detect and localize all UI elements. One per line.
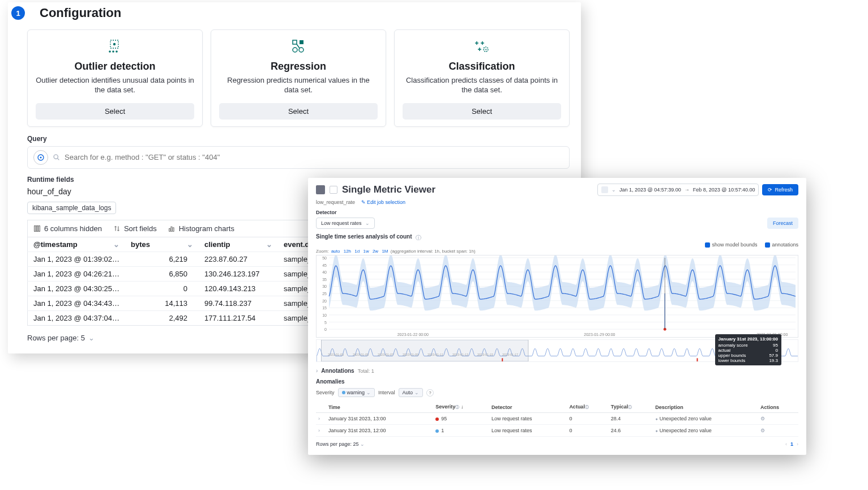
histogram-button[interactable]: Histogram charts [168, 224, 234, 233]
columns-icon [33, 225, 41, 232]
svg-point-3 [112, 50, 114, 53]
col-time[interactable]: Time [326, 402, 433, 413]
col-actual[interactable]: Actualⓘ [567, 402, 608, 413]
overview-chart[interactable]: 2023-01-032023-01-052023-01-072023-01-09… [316, 339, 798, 362]
svg-point-4 [116, 50, 118, 53]
interval-filter[interactable]: Auto⌄ [399, 388, 424, 397]
select-classification-button[interactable]: Select [403, 103, 561, 120]
card-desc: Outlier detection identifies unusual dat… [36, 76, 194, 95]
col-actions[interactable]: Actions [758, 402, 798, 413]
severity-label: Severity [316, 390, 335, 395]
query-input[interactable] [65, 153, 563, 161]
col-bytes[interactable]: bytes⌄ [125, 237, 199, 252]
svg-rect-58 [502, 358, 503, 361]
svg-point-2 [109, 50, 111, 53]
svg-text:2023-01-15: 2023-01-15 [477, 353, 493, 357]
svg-text:25: 25 [322, 292, 327, 296]
svg-text:2023-01-29 00:00: 2023-01-29 00:00 [584, 333, 615, 336]
svg-rect-23 [36, 225, 37, 231]
svg-rect-56 [322, 340, 529, 361]
actions-icon[interactable]: ⚙ [760, 428, 765, 433]
svg-text:2023-01-09: 2023-01-09 [403, 353, 418, 357]
job-row: low_request_rate ✎ Edit job selection [316, 199, 798, 205]
col-timestamp[interactable]: @timestamp⌄ [28, 237, 125, 252]
svg-text:2023-01-05: 2023-01-05 [353, 353, 369, 357]
zoom-1w[interactable]: 1w [363, 249, 369, 254]
card-outlier: Outlier detection Outlier detection iden… [27, 29, 203, 127]
svg-text:50: 50 [322, 256, 327, 260]
info-icon[interactable]: ⓘ [416, 234, 421, 242]
svg-text:2023-01-07: 2023-01-07 [378, 353, 394, 357]
svg-rect-26 [171, 227, 172, 231]
outlier-icon [106, 39, 123, 56]
col-typical[interactable]: Typicalⓘ [609, 402, 653, 413]
svg-rect-6 [300, 40, 303, 44]
main-chart[interactable]: 051015202530354045502023-01-22 00:002023… [316, 255, 798, 338]
select-outlier-button[interactable]: Select [36, 103, 194, 120]
anomalies-table: Time Severityⓘ ↓ Detector Actualⓘ Typica… [316, 402, 798, 437]
columns-hidden-button[interactable]: 6 columns hidden [33, 224, 102, 233]
anomaly-row[interactable]: ›January 31st 2023, 12:001Low request ra… [316, 425, 798, 437]
job-id: low_request_rate [316, 199, 355, 205]
sort-button[interactable]: Sort fields [113, 224, 157, 233]
regression-icon [290, 39, 307, 56]
zoom-1m[interactable]: 1M [382, 249, 388, 254]
annotations-toggle[interactable]: annotations [765, 242, 798, 248]
anom-rows-per-page[interactable]: Rows per page: 25 ⌄ [316, 441, 365, 447]
col-description[interactable]: Description [653, 402, 758, 413]
card-title: Outlier detection [74, 61, 155, 73]
viewer-title: Single Metric Viewer [342, 184, 435, 195]
search-icon [53, 154, 60, 161]
date-picker[interactable]: ⌄ Jan 1, 2023 @ 04:57:39.00 → Feb 8, 202… [597, 184, 759, 196]
interval-label: Interval [378, 390, 395, 395]
col-severity[interactable]: Severityⓘ ↓ [433, 402, 489, 413]
svg-text:2023-01-22 00:00: 2023-01-22 00:00 [397, 333, 429, 336]
forecast-button[interactable]: Forecast [767, 218, 798, 229]
svg-text:15: 15 [322, 306, 327, 310]
card-desc: Regression predicts numerical values in … [219, 76, 378, 95]
actions-icon[interactable]: ⚙ [760, 416, 765, 421]
annotations-section[interactable]: › Annotations Total: 1 [316, 368, 798, 374]
next-page[interactable]: › [797, 441, 798, 447]
date-from: Jan 1, 2023 @ 04:57:39.00 [619, 187, 681, 193]
card-title: Regression [271, 61, 326, 73]
data-view-tag[interactable]: kibana_sample_data_logs [27, 202, 116, 214]
zoom-1d[interactable]: 1d [354, 249, 360, 254]
svg-text:20: 20 [322, 299, 327, 303]
svg-text:2023-01-03: 2023-01-03 [328, 353, 344, 357]
refresh-button[interactable]: ⟳ Refresh [762, 184, 798, 195]
detector-label: Detector [316, 210, 798, 215]
zoom-12h[interactable]: 12h [344, 249, 351, 254]
chevron-down-icon: ⌄ [612, 187, 616, 193]
histogram-icon [168, 225, 176, 232]
step-badge: 1 [11, 6, 25, 20]
app-icon [316, 185, 325, 194]
col-clientip[interactable]: clientip⌄ [199, 237, 278, 252]
prev-page[interactable]: ‹ [785, 441, 787, 447]
svg-line-9 [297, 44, 300, 48]
select-regression-button[interactable]: Select [219, 103, 378, 120]
chevron-right-icon: › [316, 368, 318, 374]
card-desc: Classification predicts classes of data … [403, 76, 561, 95]
zoom-auto[interactable]: auto [331, 249, 340, 254]
svg-text:40: 40 [322, 270, 327, 274]
anomaly-row[interactable]: ›January 31st 2023, 13:0095Low request r… [316, 413, 798, 425]
histogram-label: Histogram charts [179, 224, 234, 233]
svg-text:5: 5 [324, 321, 327, 325]
svg-rect-27 [173, 228, 174, 232]
svg-point-19 [40, 156, 42, 158]
classification-icon: + [473, 39, 490, 56]
detector-select[interactable]: Low request rates⌄ [316, 218, 375, 229]
zoom-2w[interactable]: 2w [373, 249, 378, 254]
kql-toggle[interactable] [33, 150, 48, 165]
severity-filter[interactable]: warning⌄ [338, 388, 375, 397]
col-detector[interactable]: Detector [489, 402, 567, 413]
single-metric-viewer-panel: Single Metric Viewer ⌄ Jan 1, 2023 @ 04:… [308, 178, 806, 455]
help-icon[interactable]: ? [426, 389, 434, 397]
svg-text:35: 35 [322, 278, 327, 282]
edit-job-link[interactable]: ✎ Edit job selection [361, 199, 406, 205]
date-to: Feb 8, 2023 @ 10:57:40.00 [693, 187, 755, 193]
show-model-bounds-toggle[interactable]: show model bounds [705, 242, 757, 248]
sort-label: Sort fields [124, 224, 157, 233]
page-number[interactable]: 1 [790, 441, 793, 447]
